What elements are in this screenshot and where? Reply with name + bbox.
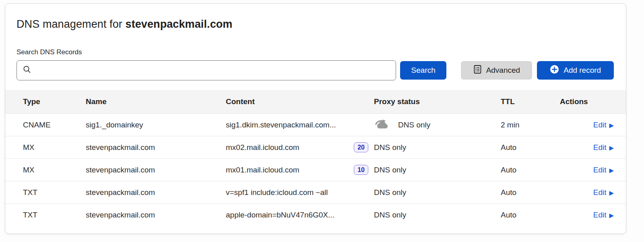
caret-right-icon: ▶	[609, 212, 614, 218]
search-button[interactable]: Search	[400, 61, 446, 80]
advanced-button[interactable]: Advanced	[461, 61, 532, 80]
record-ttl: Auto	[501, 166, 560, 174]
edit-record-link[interactable]: Edit▶	[593, 211, 614, 219]
record-type: TXT	[23, 211, 86, 219]
column-header-name: Name	[86, 97, 226, 106]
record-content: v=spf1 include:icloud.com ~all	[226, 188, 328, 197]
edit-record-link[interactable]: Edit▶	[593, 188, 614, 197]
record-type: MX	[23, 143, 86, 152]
record-name: sig1._domainkey	[86, 121, 226, 129]
mx-priority-badge: 20	[354, 142, 368, 152]
record-name: stevenpackmail.com	[86, 188, 226, 197]
column-header-ttl: TTL	[501, 97, 560, 106]
record-content: sig1.dkim.stevenpackmail.com...	[226, 121, 336, 129]
edit-link-label: Edit	[593, 166, 607, 174]
advanced-button-label: Advanced	[486, 66, 520, 75]
proxy-status-text: DNS only	[374, 166, 406, 174]
dns-records-table: Type Name Content Proxy status TTL Actio…	[5, 90, 626, 226]
proxy-status-text: DNS only	[398, 121, 430, 129]
dns-only-cloud-icon	[374, 118, 390, 132]
column-header-proxy-status: Proxy status	[374, 97, 501, 106]
search-icon	[23, 65, 31, 76]
record-ttl: Auto	[501, 188, 560, 197]
list-page-icon	[473, 65, 482, 76]
proxy-status-text: DNS only	[374, 211, 406, 219]
record-content: mx01.mail.icloud.com	[226, 166, 299, 174]
edit-link-label: Edit	[593, 188, 607, 197]
record-name: stevenpackmail.com	[86, 143, 226, 152]
table-row: MX stevenpackmail.com mx01.mail.icloud.c…	[5, 158, 626, 181]
record-name: stevenpackmail.com	[86, 166, 226, 174]
record-ttl: Auto	[501, 143, 560, 152]
caret-right-icon: ▶	[609, 122, 614, 128]
caret-right-icon: ▶	[609, 190, 614, 196]
page-title-prefix: DNS management for	[17, 18, 126, 30]
edit-record-link[interactable]: Edit▶	[593, 166, 614, 174]
edit-link-label: Edit	[593, 143, 607, 152]
mx-priority-badge: 10	[354, 165, 368, 175]
caret-right-icon: ▶	[609, 167, 614, 173]
record-ttl: Auto	[501, 211, 560, 219]
search-input[interactable]	[35, 66, 390, 75]
column-header-actions: Actions	[560, 97, 614, 106]
plus-circle-icon	[550, 65, 559, 76]
table-row: MX stevenpackmail.com mx02.mail.icloud.c…	[5, 136, 626, 158]
dns-management-card: DNS management for stevenpackmail.com Se…	[5, 3, 626, 234]
proxy-status-text: DNS only	[374, 188, 406, 197]
caret-right-icon: ▶	[609, 145, 614, 151]
search-box[interactable]	[17, 60, 396, 80]
column-header-type: Type	[23, 97, 86, 106]
record-type: MX	[23, 166, 86, 174]
edit-link-label: Edit	[593, 211, 607, 219]
record-name: stevenpackmail.com	[86, 211, 226, 219]
record-content: apple-domain=bNuV47n6G0X...	[226, 211, 334, 219]
add-record-button[interactable]: Add record	[537, 61, 614, 80]
record-type: TXT	[23, 188, 86, 197]
record-ttl: 2 min	[501, 121, 560, 129]
edit-record-link[interactable]: Edit▶	[593, 143, 614, 152]
controls-row: Search Advanced	[17, 60, 614, 80]
search-label: Search DNS Records	[17, 48, 626, 56]
edit-record-link[interactable]: Edit▶	[593, 121, 614, 129]
table-row: CNAME sig1._domainkey sig1.dkim.stevenpa…	[5, 113, 626, 136]
table-row: TXT stevenpackmail.com apple-domain=bNuV…	[5, 203, 626, 226]
column-header-content: Content	[226, 97, 374, 106]
page-title: DNS management for stevenpackmail.com	[17, 18, 626, 31]
record-type: CNAME	[23, 121, 86, 129]
table-header-row: Type Name Content Proxy status TTL Actio…	[5, 90, 626, 113]
table-body: CNAME sig1._domainkey sig1.dkim.stevenpa…	[5, 113, 626, 226]
table-row: TXT stevenpackmail.com v=spf1 include:ic…	[5, 181, 626, 203]
search-button-label: Search	[411, 66, 436, 75]
add-record-button-label: Add record	[564, 66, 601, 75]
edit-link-label: Edit	[593, 121, 607, 129]
page-title-domain: stevenpackmail.com	[126, 18, 233, 30]
record-content: mx02.mail.icloud.com	[226, 143, 299, 152]
proxy-status-text: DNS only	[374, 143, 406, 152]
